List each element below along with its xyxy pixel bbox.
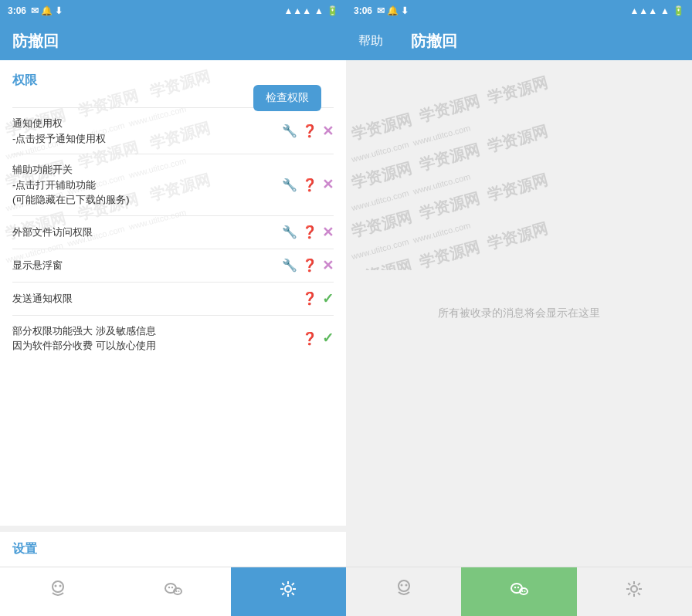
empty-state-text: 所有被收录的消息将会显示在这里	[438, 306, 600, 320]
right-status-dl-icon: ⬇	[401, 5, 409, 16]
svg-point-11	[400, 584, 402, 587]
check-icon-5: ✓	[322, 290, 334, 307]
section-divider	[0, 526, 346, 532]
permission-icons-3: 🔧 ❓ ✕	[282, 224, 334, 241]
right-wechat-active-icon	[508, 578, 530, 605]
nav-item-qq[interactable]	[0, 567, 115, 616]
permission-icons-2: 🔧 ❓ ✕	[282, 176, 334, 193]
permission-row-3: 外部文件访问权限 🔧 ❓ ✕	[12, 215, 334, 249]
right-bottom-nav	[346, 567, 692, 616]
signal-icon: ▲▲▲	[283, 5, 311, 16]
right-nav-item-settings[interactable]	[577, 567, 692, 616]
wechat-icon	[162, 578, 184, 605]
wrench-icon-4[interactable]: 🔧	[282, 258, 297, 272]
right-status-bar: 3:06 ✉ 🔔 ⬇ ▲▲▲ ▲ 🔋	[346, 0, 692, 22]
left-status-dl-icon: ⬇	[55, 5, 63, 16]
right-status-msg-icon: ✉	[377, 5, 385, 16]
nav-item-settings-active[interactable]	[231, 567, 346, 616]
x-icon-3: ✕	[322, 224, 334, 241]
question-icon-4[interactable]: ❓	[302, 258, 317, 272]
x-icon-1: ✕	[322, 123, 334, 140]
left-status-time: 3:06	[8, 5, 26, 16]
right-battery-icon: 🔋	[673, 5, 684, 16]
permission-icons-1: 🔧 ❓ ✕	[282, 123, 334, 140]
question-icon-2[interactable]: ❓	[302, 178, 317, 192]
x-icon-4: ✕	[322, 257, 334, 274]
right-settings-icon	[623, 578, 645, 605]
settings-title: 设置	[12, 542, 37, 555]
wifi-icon: ▲	[314, 5, 324, 16]
settings-active-icon	[277, 578, 299, 605]
svg-point-7	[175, 591, 177, 592]
right-app-title: 防撤回	[411, 31, 457, 52]
nav-item-wechat[interactable]	[115, 567, 230, 616]
left-panel: 3:06 ✉ 🔔 ⬇ ▲▲▲ ▲ 🔋 防撤回 学资源网 学资源网 学资源网 ww…	[0, 0, 346, 616]
permission-icons-4: 🔧 ❓ ✕	[282, 257, 334, 274]
wrench-icon-2[interactable]: 🔧	[282, 178, 297, 192]
left-status-msg-icon: ✉	[31, 5, 39, 16]
svg-point-19	[631, 586, 637, 592]
right-status-right: ▲▲▲ ▲ 🔋	[629, 5, 684, 16]
svg-point-15	[514, 587, 516, 588]
question-icon-3[interactable]: ❓	[302, 225, 317, 239]
right-top-bar: 帮助 防撤回	[346, 22, 692, 60]
check-icon-6: ✓	[322, 330, 334, 347]
svg-point-17	[521, 591, 523, 592]
right-panel: 3:06 ✉ 🔔 ⬇ ▲▲▲ ▲ 🔋 帮助 防撤回 学资源网 学资源网 学资源网…	[346, 0, 692, 616]
svg-point-2	[59, 584, 61, 587]
battery-icon: 🔋	[327, 5, 338, 16]
permission-text-5: 发送通知权限	[12, 291, 302, 306]
right-qq-icon	[393, 578, 415, 605]
check-permissions-button[interactable]: 检查权限	[253, 85, 321, 111]
wrench-icon-1[interactable]: 🔧	[282, 124, 297, 138]
right-nav-item-wechat-active[interactable]	[461, 567, 576, 616]
permission-row-4: 显示悬浮窗 🔧 ❓ ✕	[12, 249, 334, 282]
svg-point-18	[524, 591, 525, 592]
left-bottom-nav	[0, 567, 346, 616]
permission-text-3: 外部文件访问权限	[12, 225, 282, 240]
svg-point-16	[517, 587, 519, 588]
qq-icon	[47, 579, 69, 605]
question-icon-1[interactable]: ❓	[302, 124, 317, 138]
left-status-bar: 3:06 ✉ 🔔 ⬇ ▲▲▲ ▲ 🔋	[0, 0, 346, 22]
right-status-notif-icon: 🔔	[387, 5, 399, 16]
svg-point-0	[53, 581, 63, 592]
right-wifi-icon: ▲	[660, 5, 670, 16]
permissions-content: 权限 检查权限 通知使用权-点击授予通知使用权 🔧 ❓ ✕	[0, 60, 346, 526]
permission-text-4: 显示悬浮窗	[12, 258, 282, 273]
left-top-bar: 防撤回	[0, 22, 346, 60]
permission-text-2: 辅助功能开关-点击打开辅助功能(可能隐藏在已下载的服务)	[12, 162, 282, 208]
svg-point-8	[178, 591, 179, 592]
svg-point-5	[168, 587, 170, 588]
permission-row-6: 部分权限功能强大 涉及敏感信息因为软件部分收费 可以放心使用 ❓ ✓	[12, 315, 334, 361]
permission-icons-5: ❓ ✓	[302, 290, 334, 307]
empty-state: 所有被收录的消息将会显示在这里	[346, 60, 692, 567]
permission-text-1: 通知使用权-点击授予通知使用权	[12, 116, 282, 146]
svg-point-6	[171, 587, 173, 588]
right-nav-item-qq[interactable]	[346, 567, 461, 616]
help-label[interactable]: 帮助	[358, 33, 383, 49]
left-main-content: 权限 检查权限 通知使用权-点击授予通知使用权 🔧 ❓ ✕	[0, 60, 346, 567]
svg-point-10	[399, 580, 409, 591]
question-icon-5[interactable]: ❓	[302, 291, 317, 306]
right-top-bar-content: 帮助 防撤回	[358, 31, 457, 52]
left-content-wrapper: 学资源网 学资源网 学资源网 www.utitco.com www.utitco…	[0, 60, 346, 567]
svg-point-1	[54, 584, 56, 587]
left-status-right: ▲▲▲ ▲ 🔋	[283, 5, 338, 16]
svg-point-12	[405, 584, 407, 587]
x-icon-2: ✕	[322, 176, 334, 193]
right-status-time: 3:06	[354, 5, 372, 16]
permissions-title: 权限	[12, 73, 37, 89]
question-icon-6[interactable]: ❓	[302, 331, 317, 346]
permission-row-1: 通知使用权-点击授予通知使用权 🔧 ❓ ✕	[12, 107, 334, 154]
svg-point-9	[285, 586, 291, 592]
wrench-icon-3[interactable]: 🔧	[282, 225, 297, 239]
left-status-notif-icon: 🔔	[41, 5, 53, 16]
settings-section: 设置	[0, 532, 346, 567]
left-app-title: 防撤回	[12, 31, 59, 52]
permission-text-6: 部分权限功能强大 涉及敏感信息因为软件部分收费 可以放心使用	[12, 323, 302, 354]
permission-icons-6: ❓ ✓	[302, 330, 334, 347]
right-signal-icon: ▲▲▲	[629, 5, 657, 16]
permission-row-5: 发送通知权限 ❓ ✓	[12, 282, 334, 315]
permission-row-2: 辅助功能开关-点击打开辅助功能(可能隐藏在已下载的服务) 🔧 ❓ ✕	[12, 154, 334, 215]
